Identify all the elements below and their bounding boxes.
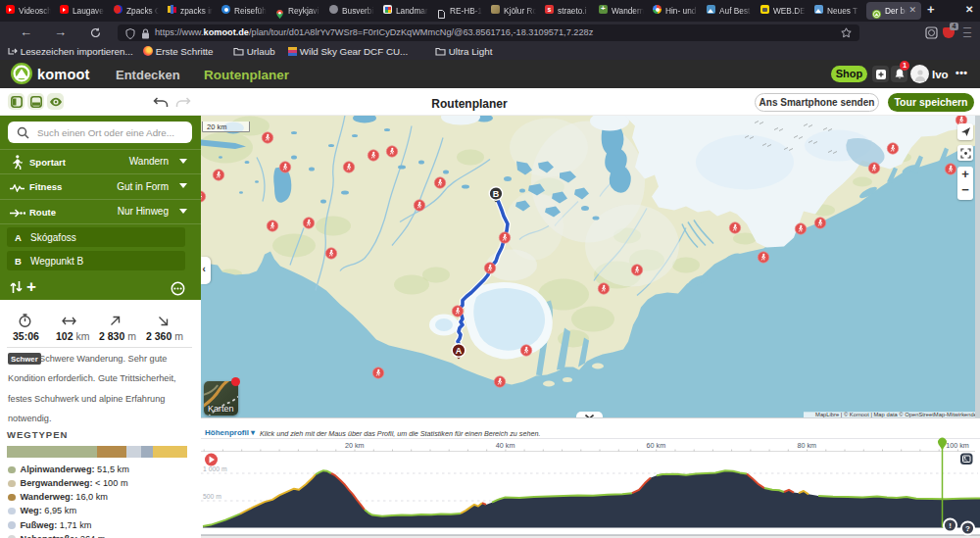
svg-text:60 km: 60 km: [647, 441, 666, 450]
svg-text:MapLibre | © Komoot | Map data: MapLibre | © Komoot | Map data © OpenStr…: [815, 412, 977, 417]
svg-text:500 m: 500 m: [203, 493, 221, 500]
svg-text:40 km: 40 km: [496, 441, 515, 450]
svg-text:20 km: 20 km: [345, 441, 365, 450]
svg-text:100 km: 100 km: [946, 441, 969, 450]
svg-text:A: A: [456, 345, 463, 355]
svg-text:?: ?: [965, 524, 970, 533]
svg-text:80 km: 80 km: [797, 441, 816, 450]
svg-text:20 km: 20 km: [207, 122, 226, 131]
svg-text:1 000 m: 1 000 m: [203, 465, 227, 472]
svg-text:B: B: [493, 188, 500, 198]
svg-text:!: !: [949, 521, 952, 530]
